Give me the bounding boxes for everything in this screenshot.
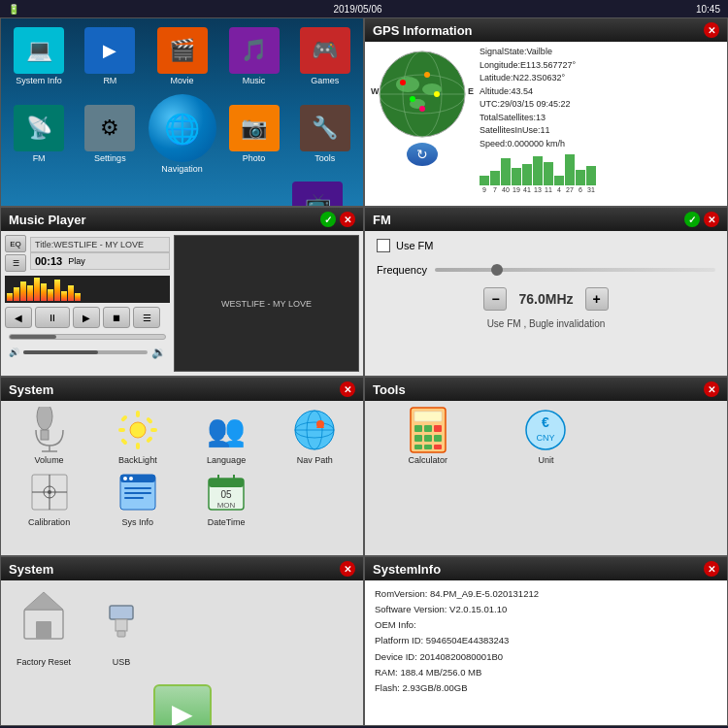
sysinfo-platform: Platform ID: 5946504E44383243 <box>375 633 717 648</box>
svg-rect-49 <box>414 412 442 421</box>
home-item-rm[interactable]: ▶ RM <box>76 24 144 88</box>
home-item-navigation[interactable]: 🌐 Navigation <box>148 91 217 177</box>
datetime-icon: 05 MON <box>203 469 249 515</box>
music-stop-btn[interactable]: ⏹ <box>103 307 130 328</box>
fm-frequency-row: Frequency <box>377 264 715 276</box>
music-track-info: Title:WESTLIFE - MY LOVE 00:13 Play <box>30 237 170 270</box>
volume-icon: 🔊 <box>9 347 19 357</box>
music-list2-btn[interactable]: ☰ <box>133 307 160 328</box>
home-item-music[interactable]: 🎵 Music <box>220 24 288 88</box>
music-eq-btn[interactable]: EQ <box>5 235 26 252</box>
gps-refresh-btn[interactable]: ↻ <box>407 143 438 166</box>
label-sysinfo: System Info <box>16 76 62 85</box>
fm-check-btn[interactable]: ✓ <box>684 212 700 227</box>
music-next-btn[interactable]: ▶ <box>73 307 100 328</box>
music-progress-fill <box>10 335 56 339</box>
sysinfo-icon <box>115 469 161 515</box>
home-item-multimedia[interactable]: 📺 Multimedia <box>291 179 344 207</box>
music-prev-btn[interactable]: ◀ <box>5 307 32 328</box>
svg-point-40 <box>123 477 127 480</box>
usb-icon <box>94 588 149 651</box>
svg-rect-64 <box>36 621 51 639</box>
bottom-item-factory-reset[interactable]: Factory Reset <box>17 588 71 667</box>
music-pause-btn[interactable]: ⏸ <box>35 307 70 328</box>
home-item-settings[interactable]: ⚙ Settings <box>76 91 144 177</box>
svg-rect-17 <box>136 411 140 417</box>
nav-globe: 🌐 <box>149 94 216 162</box>
sys-item-backlight[interactable]: BackLight <box>95 407 180 465</box>
svg-rect-56 <box>414 445 422 449</box>
home-item-tools[interactable]: 🔧 Tools <box>291 91 359 177</box>
tools-item-calculator[interactable]: Calculator <box>371 407 485 465</box>
sys-item-calibration[interactable]: Calibration <box>7 469 91 527</box>
music-check-btn[interactable]: ✓ <box>320 212 336 227</box>
sysinfo-flash: Flash: 2.93GB/8.00GB <box>375 680 717 696</box>
system-title: System <box>9 382 53 397</box>
bottom-label-usb: USB <box>113 657 131 667</box>
fm-panel: FM ✓ ✕ Use FM Frequency − 76.0MHz + <box>364 207 728 377</box>
sysinfo-close-btn[interactable]: ✕ <box>704 561 719 577</box>
sys-item-sysinfo[interactable]: Sys Info <box>95 469 180 527</box>
music-equalizer <box>5 276 170 303</box>
home-item-photo[interactable]: 📷 Photo <box>220 91 288 177</box>
bottom-sys-items: Factory Reset USB <box>17 588 149 667</box>
svg-point-11 <box>419 106 425 112</box>
fm-mhz-row: − 76.0MHz + <box>377 287 715 311</box>
home-item-fm[interactable]: 📡 FM <box>5 91 73 177</box>
sys-label-datetime: DateTime <box>208 517 246 527</box>
svg-text:CNY: CNY <box>537 433 555 443</box>
gps-west: W <box>371 86 380 96</box>
svg-rect-43 <box>209 479 244 487</box>
gps-bar-labels: 9 7 40 19 41 13 11 4 27 6 31 <box>480 185 723 196</box>
svg-rect-52 <box>434 425 442 432</box>
fm-title: FM <box>373 213 391 227</box>
sys-item-volume[interactable]: Volume <box>7 407 91 465</box>
system-close-btn[interactable]: ✕ <box>340 381 355 397</box>
gps-close-btn[interactable]: ✕ <box>704 22 719 38</box>
tools-title: Tools <box>373 382 406 397</box>
fm-frequency-label: Frequency <box>377 264 427 276</box>
sys-label-backlight: BackLight <box>118 455 157 465</box>
bottom-system-content: Factory Reset USB ▶ <box>1 580 363 726</box>
home-item-sysinfo[interactable]: 💻 System Info <box>5 24 73 88</box>
sys-item-datetime[interactable]: 05 MON DateTime <box>184 469 269 527</box>
bottom-play-btn[interactable]: ▶ <box>153 684 212 726</box>
sys-item-language[interactable]: 👥 Language <box>184 407 269 465</box>
sys-item-navpath[interactable]: Nav Path <box>273 407 357 465</box>
tile-games: 🎮 <box>300 27 350 74</box>
home-item-games[interactable]: 🎮 Games <box>291 24 359 88</box>
gps-signal-bars <box>480 154 723 185</box>
tools-item-unit[interactable]: € CNY Unit <box>489 407 604 465</box>
music-controls: EQ ☰ Title:WESTLIFE - MY LOVE 00:13 Play <box>5 235 170 372</box>
music-time-display: 00:13 Play <box>30 252 170 270</box>
gps-content: W E ↻ SignalState:Vailble Longitude:E113… <box>365 42 727 200</box>
fm-plus-btn[interactable]: + <box>585 287 609 311</box>
music-progress-bar[interactable] <box>9 334 166 340</box>
home-item-movie[interactable]: 🎬 Movie <box>148 24 217 88</box>
svg-point-4 <box>396 77 419 92</box>
fm-close-btn[interactable]: ✕ <box>704 212 719 227</box>
fm-checkbox[interactable] <box>377 239 390 252</box>
bottom-system-close-btn[interactable]: ✕ <box>340 561 355 577</box>
music-close-btn[interactable]: ✕ <box>340 212 355 227</box>
gps-east: E <box>468 86 474 96</box>
svg-text:05: 05 <box>221 489 233 500</box>
tile-music: 🎵 <box>229 27 280 74</box>
bottom-item-usb[interactable]: USB <box>94 588 149 667</box>
music-list-btn[interactable]: ☰ <box>5 254 26 272</box>
svg-rect-67 <box>117 631 125 637</box>
sysinfo-rom: RomVersion: 84.PM_A9.E-5.020131212 <box>375 586 717 602</box>
svg-rect-19 <box>118 428 125 432</box>
music-buttons-left: EQ ☰ <box>5 235 26 272</box>
tools-close-btn[interactable]: ✕ <box>704 381 719 397</box>
music-thumbnail: WESTLIFE - MY LOVE <box>174 235 359 372</box>
volume-up-icon: 🔉 <box>151 346 166 359</box>
svg-rect-53 <box>414 435 422 442</box>
tile-movie: 🎬 <box>157 27 208 74</box>
fm-use-label: Use FM <box>396 240 434 251</box>
fm-minus-btn[interactable]: − <box>483 287 507 311</box>
svg-rect-57 <box>424 445 432 449</box>
music-volume-slider[interactable] <box>23 350 148 354</box>
fm-frequency-slider[interactable] <box>435 268 715 272</box>
tools-panel: Tools ✕ <box>364 377 728 556</box>
